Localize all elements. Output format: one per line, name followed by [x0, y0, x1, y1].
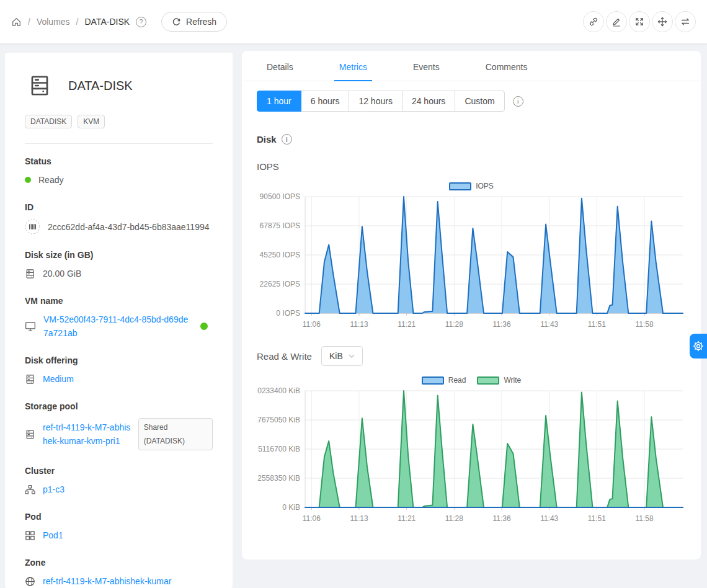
- info-icon[interactable]: i: [513, 96, 523, 107]
- drag-button[interactable]: [652, 11, 673, 32]
- desktop-icon: [25, 321, 36, 332]
- resource-title: DATA-DISK: [68, 79, 133, 93]
- volume-icon: [29, 74, 51, 97]
- iops-chart: IOPS 0 IOPS22625 IOPS45250 IOPS67875 IOP…: [257, 180, 686, 331]
- disk-size-value: 20.00 GiB: [43, 267, 81, 280]
- svg-text:11:36: 11:36: [492, 514, 510, 523]
- breadcrumb-volumes[interactable]: Volumes: [37, 17, 70, 27]
- svg-text:0 KiB: 0 KiB: [282, 503, 300, 512]
- cluster-icon: [25, 484, 35, 495]
- vm-status-dot: [200, 323, 208, 330]
- range-custom[interactable]: Custom: [455, 91, 504, 112]
- svg-text:90500 IOPS: 90500 IOPS: [260, 192, 300, 201]
- pod-link[interactable]: Pod1: [43, 528, 63, 542]
- info-icon[interactable]: i: [282, 134, 292, 145]
- status-dot: [25, 177, 31, 183]
- svg-text:11:58: 11:58: [636, 320, 654, 329]
- legend-item[interactable]: Write: [477, 376, 521, 385]
- edit-button[interactable]: [606, 11, 627, 32]
- database-icon: [25, 374, 35, 385]
- move-icon: [657, 17, 667, 27]
- svg-text:11:13: 11:13: [350, 514, 368, 523]
- rw-chart-title: Read & Write: [257, 351, 312, 362]
- zone-link[interactable]: ref-trl-4119-k-M7-abhishek-kumar: [43, 574, 171, 588]
- field-cluster: Cluster p1-c3: [25, 466, 213, 496]
- fullscreen-button[interactable]: [629, 11, 650, 32]
- svg-text:0 IOPS: 0 IOPS: [276, 309, 300, 318]
- range-6hours[interactable]: 6 hours: [301, 91, 350, 112]
- top-header: / Volumes / DATA-DISK ? Refresh: [0, 0, 707, 43]
- svg-text:11:51: 11:51: [588, 514, 606, 523]
- svg-text:7675050 KiB: 7675050 KiB: [257, 416, 300, 424]
- divider: [25, 143, 213, 144]
- header-actions: [583, 11, 696, 32]
- legend-item[interactable]: Read: [422, 376, 466, 385]
- svg-text:11:36: 11:36: [492, 320, 510, 329]
- disk-offering-link[interactable]: Medium: [43, 372, 74, 386]
- field-vm-name: VM name VM-52e00f43-7911-4dc4-85bd-d69de…: [25, 296, 213, 340]
- rw-chart: ReadWrite 0 KiB2558350 KiB5116700 KiB767…: [257, 375, 686, 525]
- chart-svg: 0 KiB2558350 KiB5116700 KiB7675050 KiB10…: [257, 386, 686, 525]
- chevron-down-icon: [349, 354, 355, 359]
- detail-panel: Details Metrics Events Comments 1 hour 6…: [242, 51, 701, 559]
- iops-chart-title: IOPS: [257, 161, 686, 172]
- svg-text:11:28: 11:28: [445, 320, 463, 329]
- status-value: Ready: [38, 173, 63, 187]
- refresh-button[interactable]: Refresh: [161, 12, 227, 32]
- chart-legend: IOPS: [257, 180, 686, 192]
- tag-datadisk: DATADISK: [25, 115, 72, 128]
- svg-text:11:43: 11:43: [540, 320, 558, 329]
- chart-plot: 0 IOPS22625 IOPS45250 IOPS67875 IOPS9050…: [257, 192, 686, 331]
- tag-kvm: KVM: [78, 115, 105, 128]
- help-icon[interactable]: ?: [136, 17, 146, 27]
- field-disk-offering: Disk offering Medium: [25, 355, 213, 386]
- svg-text:11:06: 11:06: [303, 514, 321, 523]
- tab-events[interactable]: Events: [403, 51, 450, 81]
- tab-metrics[interactable]: Metrics: [329, 51, 377, 81]
- migrate-button[interactable]: [675, 11, 696, 32]
- chart-legend: ReadWrite: [257, 375, 686, 386]
- link-button[interactable]: [583, 11, 604, 32]
- fullscreen-icon: [634, 17, 644, 27]
- legend-item[interactable]: IOPS: [449, 182, 494, 190]
- range-1hour[interactable]: 1 hour: [257, 91, 301, 112]
- chart-plot: 0 KiB2558350 KiB5116700 KiB7675050 KiB10…: [257, 386, 686, 525]
- swap-icon: [680, 17, 690, 27]
- range-12hours[interactable]: 12 hours: [349, 91, 402, 112]
- svg-text:10233400 KiB: 10233400 KiB: [257, 386, 300, 395]
- svg-text:11:06: 11:06: [303, 320, 321, 329]
- svg-text:11:43: 11:43: [540, 514, 558, 523]
- appstore-icon: [25, 530, 35, 541]
- resource-summary-card: DATA-DISK DATADISK KVM Status Ready ID 2…: [5, 53, 233, 588]
- unit-select[interactable]: KiB: [321, 346, 363, 366]
- field-status: Status Ready: [25, 156, 213, 187]
- reload-icon: [172, 17, 181, 27]
- gear-icon: [693, 341, 704, 352]
- database-icon: [25, 429, 35, 440]
- vm-name-link[interactable]: VM-52e00f43-7911-4dc4-85bd-d69de7a721ab: [43, 313, 191, 340]
- link-icon: [589, 17, 598, 27]
- tab-details[interactable]: Details: [257, 51, 303, 81]
- settings-button[interactable]: [690, 334, 707, 359]
- storage-pool-link[interactable]: ref-trl-4119-k-M7-abhishek-kumar-kvm-pri…: [43, 421, 131, 448]
- svg-text:45250 IOPS: 45250 IOPS: [260, 251, 300, 259]
- svg-text:11:51: 11:51: [588, 320, 606, 329]
- svg-text:11:21: 11:21: [398, 514, 416, 523]
- tab-comments[interactable]: Comments: [476, 51, 538, 81]
- disk-section-title: Disk: [257, 134, 277, 145]
- home-icon[interactable]: [11, 17, 22, 27]
- range-24hours[interactable]: 24 hours: [402, 91, 455, 112]
- field-pod: Pod Pod1: [25, 512, 213, 542]
- time-range-selector: 1 hour 6 hours 12 hours 24 hours Custom …: [257, 91, 686, 112]
- barcode-icon: [25, 219, 40, 234]
- field-zone: Zone ref-trl-4119-k-M7-abhishek-kumar: [25, 558, 213, 588]
- id-value: 2ccc62dd-af4a-43d7-bd45-6b83aae11994: [48, 220, 210, 234]
- svg-text:5116700 KiB: 5116700 KiB: [258, 445, 300, 453]
- database-icon: [25, 269, 35, 279]
- svg-text:22625 IOPS: 22625 IOPS: [260, 280, 300, 288]
- svg-text:2558350 KiB: 2558350 KiB: [257, 474, 300, 483]
- cluster-link[interactable]: p1-c3: [43, 483, 64, 496]
- svg-text:67875 IOPS: 67875 IOPS: [260, 221, 300, 230]
- svg-text:11:28: 11:28: [445, 514, 463, 523]
- svg-text:11:58: 11:58: [636, 514, 654, 523]
